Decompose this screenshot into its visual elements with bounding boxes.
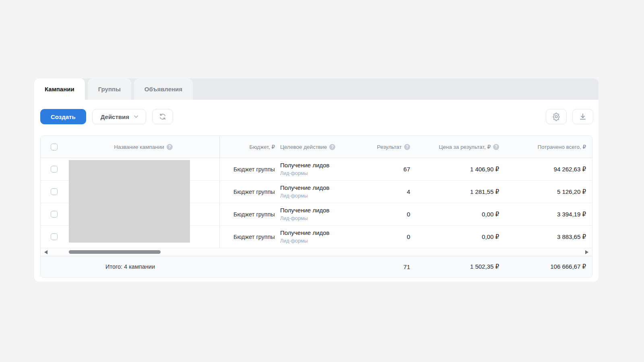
- cost-per-result-cell: 0,00 ₽: [423, 211, 512, 218]
- download-icon: [578, 112, 587, 121]
- cost-per-result-cell: 0,00 ₽: [423, 233, 512, 241]
- table-footer-row: Итого: 4 кампании 71 1 502,35 ₽ 106 666,…: [41, 256, 592, 277]
- scroll-left-arrow-icon[interactable]: [44, 250, 47, 254]
- header-result-label: Результат: [377, 144, 402, 150]
- footer-cost-total: 1 502,35 ₽: [423, 263, 512, 270]
- budget-cell: Бюджет группы: [220, 189, 280, 195]
- target-action-cell: Получение лидов Лид-формы: [280, 229, 363, 244]
- result-cell: 0: [363, 233, 423, 240]
- target-action-title: Получение лидов: [280, 184, 330, 192]
- target-action-cell: Получение лидов Лид-формы: [280, 184, 363, 199]
- target-action-title: Получение лидов: [280, 229, 330, 237]
- row-checkbox[interactable]: [51, 211, 58, 218]
- header-target-action-label: Целевое действие: [280, 144, 327, 150]
- help-icon[interactable]: ?: [329, 144, 335, 150]
- target-action-title: Получение лидов: [280, 162, 330, 169]
- header-campaign-name-label: Название кампании: [114, 144, 164, 150]
- help-icon[interactable]: ?: [167, 144, 173, 150]
- tab-groups[interactable]: Группы: [88, 78, 131, 100]
- total-spent-cell: 94 262,63 ₽: [512, 166, 592, 173]
- tab-ads[interactable]: Объявления: [134, 78, 193, 100]
- target-action-cell: Получение лидов Лид-формы: [280, 162, 363, 177]
- campaign-name-cell: [67, 226, 220, 248]
- table-row[interactable]: Бюджет группы Получение лидов Лид-формы …: [41, 203, 592, 226]
- row-checkbox[interactable]: [51, 188, 58, 195]
- target-action-cell: Получение лидов Лид-формы: [280, 207, 363, 222]
- budget-cell: Бюджет группы: [220, 234, 280, 240]
- header-campaign-name: Название кампании ?: [67, 136, 220, 158]
- header-total-spent: Потрачено всего, ₽: [512, 144, 592, 150]
- target-action-subtitle: Лид-формы: [280, 216, 330, 222]
- chevron-down-icon: [133, 113, 139, 120]
- footer-result-total: 71: [363, 263, 423, 270]
- toolbar: Создать Действия: [34, 100, 599, 136]
- tab-campaigns[interactable]: Кампании: [34, 78, 85, 100]
- target-action-title: Получение лидов: [280, 207, 330, 214]
- scrollbar-thumb[interactable]: [69, 250, 161, 254]
- totals-label: Итого: 4 кампании: [41, 263, 220, 270]
- actions-button[interactable]: Действия: [92, 109, 146, 124]
- cost-per-result-cell: 1 406,90 ₽: [423, 166, 512, 173]
- settings-button[interactable]: [546, 109, 567, 124]
- table-row[interactable]: Бюджет группы Получение лидов Лид-формы …: [41, 181, 592, 203]
- header-result: Результат ?: [363, 144, 423, 150]
- table-header-row: Название кампании ? Бюджет, ₽ Целевое де…: [41, 136, 592, 158]
- table-row[interactable]: Бюджет группы Получение лидов Лид-формы …: [41, 158, 592, 181]
- header-cost-per-result: Цена за результат, ₽ ?: [423, 144, 512, 150]
- cost-per-result-cell: 1 281,55 ₽: [423, 188, 512, 195]
- actions-button-label: Действия: [101, 113, 129, 120]
- row-checkbox[interactable]: [51, 166, 58, 173]
- campaign-name-cell: [67, 158, 220, 180]
- refresh-icon: [158, 112, 167, 121]
- header-target-action: Целевое действие ?: [280, 144, 363, 150]
- horizontal-scrollbar: [41, 248, 592, 256]
- campaigns-table: Название кампании ? Бюджет, ₽ Целевое де…: [40, 136, 592, 278]
- footer-spent-total: 106 666,67 ₽: [512, 263, 592, 270]
- help-icon[interactable]: ?: [404, 144, 410, 150]
- table-row[interactable]: Бюджет группы Получение лидов Лид-формы …: [41, 226, 592, 248]
- total-spent-cell: 5 126,20 ₽: [512, 188, 592, 195]
- total-spent-cell: 3 394,19 ₽: [512, 211, 592, 218]
- header-checkbox-cell: [41, 144, 67, 150]
- target-action-subtitle: Лид-формы: [280, 238, 330, 245]
- budget-cell: Бюджет группы: [220, 166, 280, 173]
- refresh-button[interactable]: [152, 109, 173, 124]
- campaign-name-cell: [67, 181, 220, 203]
- target-action-subtitle: Лид-формы: [280, 193, 330, 200]
- header-cost-per-result-label: Цена за результат, ₽: [439, 144, 491, 150]
- scroll-right-arrow-icon[interactable]: [585, 250, 588, 254]
- result-cell: 4: [363, 188, 423, 195]
- campaign-name-cell: [67, 203, 220, 225]
- tab-content: Создать Действия: [34, 100, 599, 282]
- result-cell: 0: [363, 211, 423, 218]
- tab-bar: Кампании Группы Объявления: [34, 78, 599, 100]
- header-budget-label: Бюджет, ₽: [250, 144, 275, 150]
- total-spent-cell: 3 883,65 ₽: [512, 233, 592, 241]
- gear-icon: [552, 112, 561, 121]
- ads-manager-panel: Кампании Группы Объявления Создать Дейст…: [34, 78, 599, 282]
- result-cell: 67: [363, 166, 423, 173]
- budget-cell: Бюджет группы: [220, 211, 280, 218]
- row-checkbox[interactable]: [51, 233, 58, 240]
- select-all-checkbox[interactable]: [51, 144, 58, 150]
- help-icon[interactable]: ?: [493, 144, 499, 150]
- header-total-spent-label: Потрачено всего, ₽: [537, 144, 586, 150]
- target-action-subtitle: Лид-формы: [280, 171, 330, 177]
- export-button[interactable]: [572, 109, 593, 124]
- create-button[interactable]: Создать: [40, 109, 86, 124]
- header-budget: Бюджет, ₽: [220, 144, 280, 150]
